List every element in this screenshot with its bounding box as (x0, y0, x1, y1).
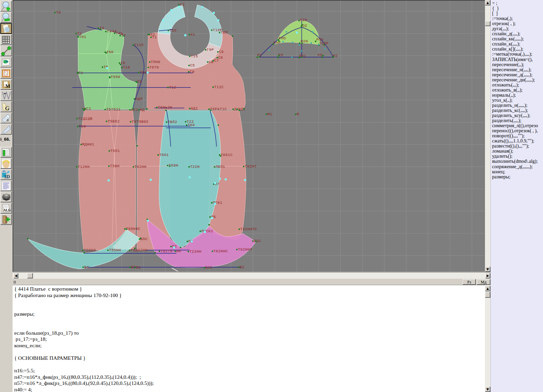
svg-text:Т92ННТС: Т92ННТС (240, 227, 257, 231)
svg-text:Т6НЬ2Н: Т6НЬ2Н (158, 105, 172, 110)
svg-text:Т50: Т50 (106, 50, 113, 54)
svg-text:Т8: Т8 (120, 61, 125, 65)
svg-text:Т92НТ: Т92НТ (245, 164, 257, 169)
svg-text:ГАР: ГАР (274, 41, 281, 45)
svg-text:Т16: Т16 (169, 28, 176, 33)
svg-text:Г0: Г0 (190, 70, 194, 74)
svg-text:Т9ДА2НН: Т9ДА2НН (131, 248, 148, 252)
svg-text:Т12НН: Т12НН (78, 165, 90, 169)
svg-text:Т5ВН: Т5ВН (110, 164, 119, 168)
svg-text:Т60: Т60 (79, 124, 86, 129)
svg-text:Т01: Т01 (79, 35, 86, 39)
svg-text:Т22Н: Т22Н (190, 165, 200, 169)
svg-text:Т0: Т0 (56, 11, 61, 15)
svg-text:Т95НВС: Т95НВС (126, 227, 141, 231)
svg-text:Б5С: Б5С (141, 237, 148, 241)
svg-text:Т12: Т12 (169, 85, 176, 90)
svg-text:Т55НН: Т55НН (109, 248, 121, 252)
svg-text:О2: О2 (302, 24, 307, 28)
svg-text:Б1: Б1 (136, 266, 141, 270)
svg-text:НД: НД (140, 108, 145, 112)
svg-text:Т550: Т550 (111, 75, 120, 79)
svg-text:М1: М1 (267, 112, 272, 116)
svg-text:О01: О01 (299, 54, 306, 58)
svg-text:Т62ННС: Т62ННС (213, 249, 228, 253)
svg-text:Т6П: Т6П (221, 31, 228, 35)
svg-text:Г0Р: Г0Р (207, 48, 214, 52)
svg-text:С1: С1 (78, 71, 83, 75)
svg-text:Б2: Б2 (240, 265, 244, 269)
svg-text:Т0Т0: Т0Т0 (149, 65, 159, 70)
svg-text:Т661С: Т661С (221, 153, 233, 157)
svg-text:ALG: ALG (3, 208, 11, 212)
svg-text:Т551: Т551 (110, 149, 120, 153)
svg-text:МДНН1: МДНН1 (82, 142, 94, 146)
svg-text:НН: НН (176, 249, 181, 253)
svg-text:С2: С2 (180, 3, 185, 7)
svg-text:ТПН0: ТПН0 (151, 60, 160, 64)
svg-text:3D: 3D (4, 174, 10, 179)
svg-text:Т18: Т18 (123, 65, 130, 70)
svg-text:Х1: Х1 (190, 33, 195, 37)
svg-text:Б3С: Б3С (205, 266, 212, 270)
svg-text:М: М (297, 112, 299, 116)
svg-text:Т1: Т1 (152, 35, 157, 39)
svg-text:НД1: НД1 (191, 106, 198, 111)
svg-text:С9: С9 (219, 50, 224, 54)
svg-text:Т90: Т90 (140, 71, 147, 75)
svg-text:Т9: Т9 (137, 80, 142, 84)
svg-text:Т12С: Т12С (214, 85, 224, 89)
svg-text:Т22НН: Т22НН (189, 250, 202, 254)
svg-text:Т661: Т661 (159, 153, 169, 157)
svg-text:ПЧСК2: ПЧСК2 (201, 229, 213, 233)
svg-text:Т9Т9В92: Т9Т9В92 (132, 120, 149, 124)
svg-text:Т02НН: Т02НН (134, 165, 147, 169)
svg-text:Т11П: Т11П (134, 43, 144, 47)
svg-text:Т15: Т15 (191, 54, 198, 58)
svg-text:РЛО: РЛО (279, 36, 286, 40)
svg-text:M: M (5, 83, 10, 89)
svg-text:Т66: Т66 (188, 123, 195, 127)
svg-text:G: G (5, 105, 10, 111)
svg-text:Т5Т521: Т5Т521 (106, 107, 121, 112)
svg-text:НДП: НДП (135, 97, 143, 101)
svg-text:Б2С: Б2С (254, 239, 261, 243)
svg-text:ЛВП1: ЛВП1 (215, 165, 225, 169)
svg-text:Т5Б52: Т5Б52 (108, 119, 120, 123)
svg-text:Б4: Б4 (84, 265, 89, 269)
svg-text:Т6РАТ1С: Т6РАТ1С (210, 107, 227, 111)
svg-text:8: 8 (7, 118, 9, 122)
svg-text:О20: О20 (300, 18, 307, 22)
svg-text:Т92ННТ: Т92ННТ (238, 248, 252, 252)
svg-text:Т62ТН: Т62ТН (161, 249, 173, 253)
svg-text:С5: С5 (190, 63, 195, 67)
svg-text:ТВб2: ТВб2 (168, 120, 177, 124)
svg-text:Д: Д (234, 107, 237, 111)
svg-text:Т2Д2ДВ: Т2Д2ДВ (78, 117, 93, 121)
svg-text:С7: С7 (214, 59, 219, 63)
svg-text:НС1: НС1 (131, 108, 138, 112)
svg-text:Т20НН: Т20НН (84, 248, 96, 252)
